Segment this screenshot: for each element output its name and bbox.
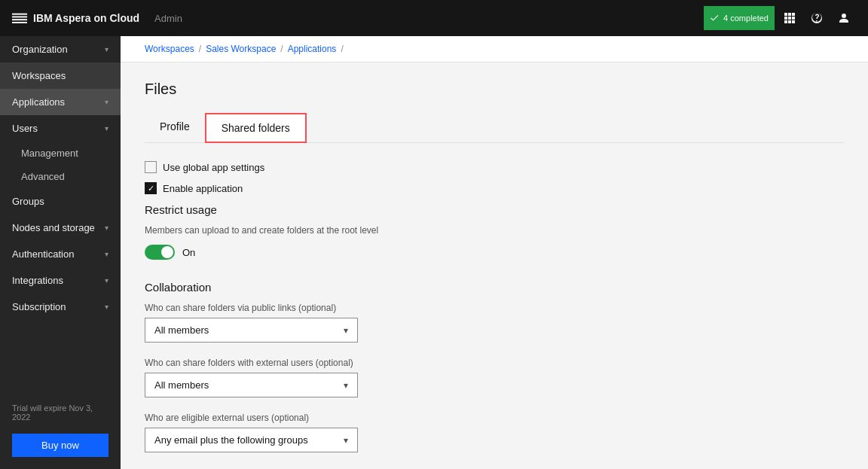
sidebar-label-workspaces: Workspaces bbox=[12, 70, 66, 81]
breadcrumb-applications[interactable]: Applications bbox=[288, 44, 337, 54]
sidebar-item-advanced[interactable]: Advanced bbox=[0, 165, 121, 188]
sidebar-label-users: Users bbox=[12, 123, 38, 134]
restrict-usage-title: Restrict usage bbox=[145, 203, 844, 216]
page-title: Files bbox=[145, 81, 844, 98]
user-icon bbox=[838, 12, 850, 24]
breadcrumb-sep-2: / bbox=[280, 44, 283, 54]
svg-rect-7 bbox=[784, 17, 787, 20]
sidebar-label-nodes-storage: Nodes and storage bbox=[12, 222, 95, 233]
apps-icon bbox=[784, 12, 796, 24]
sidebar: Organization ▾ Workspaces Applications ▾… bbox=[0, 36, 121, 469]
sidebar-label-management: Management bbox=[21, 148, 78, 159]
sidebar-item-subscription[interactable]: Subscription ▾ bbox=[0, 294, 121, 320]
sidebar-label-advanced: Advanced bbox=[21, 171, 65, 182]
breadcrumb-sales-workspace[interactable]: Sales Workspace bbox=[206, 44, 276, 54]
svg-rect-6 bbox=[792, 13, 795, 16]
user-icon-button[interactable] bbox=[832, 6, 856, 30]
chevron-down-icon: ▾ bbox=[105, 98, 108, 106]
sidebar-item-authentication[interactable]: Authentication ▾ bbox=[0, 241, 121, 267]
eligible-external-group: Who are eligible external users (optiona… bbox=[145, 413, 844, 452]
share-public-value: All members bbox=[154, 324, 209, 336]
eligible-external-value: Any email plus the following groups bbox=[154, 434, 308, 446]
sidebar-label-integrations: Integrations bbox=[12, 275, 63, 286]
help-icon bbox=[811, 12, 823, 24]
trial-text: Trial will expire Nov 3, 2022 bbox=[0, 394, 121, 431]
completed-badge[interactable]: 4 completed bbox=[704, 6, 775, 30]
brand-suffix: Aspera on Cloud bbox=[55, 12, 139, 24]
enable-application-row: ✓ Enable application bbox=[145, 182, 844, 194]
share-external-users-group: Who can share folders with external user… bbox=[145, 358, 844, 397]
topbar-left: IBM Aspera on Cloud Admin bbox=[12, 11, 182, 26]
sidebar-item-integrations[interactable]: Integrations ▾ bbox=[0, 267, 121, 294]
restrict-usage-section: Restrict usage Members can upload to and… bbox=[145, 203, 844, 260]
svg-rect-1 bbox=[12, 17, 27, 18]
ibm-logo-icon bbox=[12, 11, 27, 26]
sidebar-label-groups: Groups bbox=[12, 196, 44, 207]
share-external-select[interactable]: All members ▾ bbox=[145, 373, 358, 397]
sidebar-item-organization[interactable]: Organization ▾ bbox=[0, 36, 121, 62]
enable-application-checkbox[interactable]: ✓ bbox=[145, 182, 157, 194]
share-public-label: Who can share folders via public links (… bbox=[145, 303, 844, 313]
completed-count: 4 completed bbox=[723, 14, 769, 23]
enable-application-label: Enable application bbox=[163, 183, 243, 194]
sidebar-item-groups[interactable]: Groups bbox=[0, 188, 121, 215]
main-content: Workspaces / Sales Workspace / Applicati… bbox=[121, 36, 868, 469]
share-external-label: Who can share folders with external user… bbox=[145, 358, 844, 368]
breadcrumb-sep-1: / bbox=[199, 44, 201, 54]
help-icon-button[interactable] bbox=[805, 6, 829, 30]
sidebar-item-applications[interactable]: Applications ▾ bbox=[0, 89, 121, 115]
breadcrumb-workspaces[interactable]: Workspaces bbox=[145, 44, 194, 54]
sidebar-item-workspaces[interactable]: Workspaces bbox=[0, 62, 121, 89]
topbar-brand: IBM Aspera on Cloud bbox=[33, 12, 139, 24]
svg-rect-2 bbox=[12, 19, 27, 20]
chevron-down-icon: ▾ bbox=[105, 224, 108, 232]
share-external-value: All members bbox=[154, 379, 209, 391]
chevron-down-icon: ▾ bbox=[344, 435, 348, 446]
tab-profile[interactable]: Profile bbox=[145, 113, 205, 143]
eligible-external-label: Who are eligible external users (optiona… bbox=[145, 413, 844, 423]
svg-rect-0 bbox=[12, 14, 27, 15]
buy-now-button[interactable]: Buy now bbox=[12, 434, 108, 457]
restrict-usage-toggle[interactable] bbox=[145, 245, 175, 260]
sidebar-item-nodes-storage[interactable]: Nodes and storage ▾ bbox=[0, 215, 121, 241]
svg-rect-12 bbox=[792, 20, 795, 23]
chevron-down-icon: ▾ bbox=[105, 124, 108, 132]
collaboration-section: Collaboration Who can share folders via … bbox=[145, 281, 844, 469]
chevron-down-icon: ▾ bbox=[344, 380, 348, 391]
topbar: IBM Aspera on Cloud Admin 4 completed bbox=[0, 0, 868, 36]
svg-rect-8 bbox=[788, 17, 791, 20]
chevron-down-icon: ▾ bbox=[105, 303, 108, 311]
topbar-admin-label: Admin bbox=[154, 13, 182, 24]
chevron-down-icon: ▾ bbox=[105, 45, 108, 53]
tab-shared-folders[interactable]: Shared folders bbox=[205, 113, 307, 143]
svg-rect-11 bbox=[788, 20, 791, 23]
svg-rect-5 bbox=[788, 13, 791, 16]
sidebar-label-subscription: Subscription bbox=[12, 301, 66, 312]
use-global-settings-row: Use global app settings bbox=[145, 161, 844, 173]
toggle-row: On bbox=[145, 245, 844, 260]
toggle-label: On bbox=[182, 247, 195, 258]
use-global-label: Use global app settings bbox=[163, 162, 264, 173]
share-public-links-group: Who can share folders via public links (… bbox=[145, 303, 844, 343]
sidebar-item-users[interactable]: Users ▾ bbox=[0, 115, 121, 142]
content-area: Files Profile Shared folders Use global … bbox=[121, 62, 868, 469]
checkmark-icon bbox=[710, 14, 719, 23]
collaboration-title: Collaboration bbox=[145, 281, 844, 294]
breadcrumb: Workspaces / Sales Workspace / Applicati… bbox=[121, 36, 868, 62]
share-public-select[interactable]: All members ▾ bbox=[145, 318, 358, 343]
sidebar-label-applications: Applications bbox=[12, 96, 65, 108]
svg-rect-4 bbox=[784, 13, 787, 16]
tabs: Profile Shared folders bbox=[145, 113, 844, 143]
sidebar-item-management[interactable]: Management bbox=[0, 142, 121, 165]
use-global-checkbox[interactable] bbox=[145, 161, 157, 173]
toggle-knob bbox=[161, 246, 173, 258]
apps-icon-button[interactable] bbox=[778, 6, 802, 30]
svg-rect-3 bbox=[12, 22, 27, 23]
svg-rect-10 bbox=[784, 20, 787, 23]
restrict-usage-desc: Members can upload to and create folders… bbox=[145, 225, 844, 236]
chevron-down-icon: ▾ bbox=[105, 250, 108, 258]
breadcrumb-sep-3: / bbox=[341, 44, 343, 54]
sidebar-label-authentication: Authentication bbox=[12, 248, 74, 260]
chevron-down-icon: ▾ bbox=[344, 325, 348, 336]
eligible-external-select[interactable]: Any email plus the following groups ▾ bbox=[145, 428, 358, 452]
